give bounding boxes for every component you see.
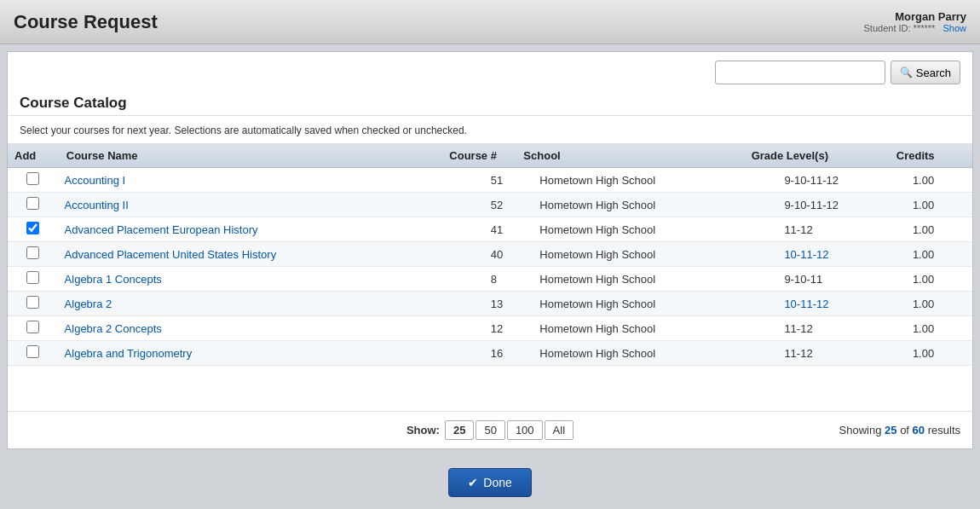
col-header-num: Course # [442, 144, 516, 168]
student-id: Student ID: ****** Show [864, 23, 966, 33]
row-school: Hometown High School [533, 193, 777, 217]
course-name-link[interactable]: Advanced Placement United States History [65, 248, 277, 261]
row-add-cell [8, 168, 58, 193]
row-add-cell [8, 292, 58, 316]
content-area: 🔍 Search Course Catalog Select your cour… [7, 51, 973, 449]
grade-level-link[interactable]: 10-11-12 [784, 298, 828, 310]
search-input[interactable] [715, 61, 885, 84]
username: Morgan Parry [864, 10, 966, 23]
row-add-cell [8, 267, 58, 292]
grade-level-link[interactable]: 10-11-12 [784, 248, 828, 261]
course-name-link[interactable]: Accounting I [65, 174, 126, 187]
page-btn-25[interactable]: 25 [445, 420, 474, 440]
row-add-cell [8, 217, 58, 242]
table-scroll-area[interactable]: Accounting I51Hometown High School9-10-1… [8, 168, 972, 366]
course-name-link[interactable]: Algebra 1 Concepts [65, 273, 162, 286]
row-add-cell [8, 242, 58, 267]
row-checkbox[interactable] [26, 197, 39, 210]
row-school: Hometown High School [533, 341, 777, 366]
row-school: Hometown High School [533, 316, 777, 341]
page-btn-50[interactable]: 50 [476, 420, 504, 440]
row-grade-level: 10-11-12 [777, 292, 905, 316]
row-course-num: 16 [484, 341, 533, 366]
row-credits: 1.00 [906, 341, 972, 366]
row-course-name: Algebra and Trigonometry [58, 341, 484, 366]
row-checkbox[interactable] [26, 246, 39, 259]
table-row: Advanced Placement United States History… [8, 242, 972, 267]
course-name-link[interactable]: Algebra 2 Concepts [65, 322, 162, 335]
page-title: Course Request [14, 11, 158, 33]
row-course-num: 51 [484, 168, 533, 193]
col-header-credits: Credits [890, 144, 972, 168]
show-label: Show: [406, 424, 440, 437]
row-checkbox[interactable] [26, 172, 39, 185]
row-credits: 1.00 [906, 193, 972, 217]
col-header-school: School [516, 144, 744, 168]
row-school: Hometown High School [533, 217, 777, 242]
row-school: Hometown High School [533, 292, 777, 316]
row-checkbox[interactable] [26, 222, 39, 234]
table-row: Algebra 2 Concepts12Hometown High School… [8, 316, 972, 341]
col-header-name: Course Name [60, 144, 443, 168]
table-row: Accounting I51Hometown High School9-10-1… [8, 168, 972, 193]
results-showing: 25 [885, 424, 896, 437]
row-course-name: Accounting II [58, 193, 484, 217]
footer-row: Show: 25 50 100 All Showing 25 of 60 res… [8, 411, 972, 448]
row-checkbox[interactable] [26, 345, 39, 358]
row-course-name: Accounting I [58, 168, 484, 193]
header: Course Request Morgan Parry Student ID: … [0, 0, 980, 44]
row-grade-level: 11-12 [777, 316, 905, 341]
col-header-grade: Grade Level(s) [745, 144, 890, 168]
row-credits: 1.00 [906, 168, 972, 193]
done-row: ✔ Done [0, 456, 980, 509]
table-body: Accounting I51Hometown High School9-10-1… [8, 168, 972, 366]
course-name-link[interactable]: Algebra 2 [65, 298, 112, 310]
row-course-name: Algebra 2 [58, 292, 484, 316]
page-btn-100[interactable]: 100 [507, 420, 543, 440]
search-button[interactable]: 🔍 Search [891, 61, 960, 84]
row-grade-level: 10-11-12 [777, 242, 905, 267]
page-wrapper: Course Request Morgan Parry Student ID: … [0, 0, 980, 509]
search-row: 🔍 Search [8, 52, 972, 90]
row-checkbox[interactable] [26, 321, 39, 333]
course-name-link[interactable]: Advanced Placement European History [65, 223, 258, 236]
table-row: Algebra 1 Concepts8Hometown High School9… [8, 267, 972, 292]
row-add-cell [8, 316, 58, 341]
row-course-name: Advanced Placement European History [58, 217, 484, 242]
course-name-link[interactable]: Algebra and Trigonometry [65, 347, 193, 360]
show-student-id-link[interactable]: Show [943, 23, 966, 33]
row-course-name: Advanced Placement United States History [58, 242, 484, 267]
row-checkbox[interactable] [26, 271, 39, 284]
row-course-name: Algebra 1 Concepts [58, 267, 484, 292]
row-grade-level: 11-12 [777, 341, 905, 366]
row-course-num: 8 [484, 267, 533, 292]
col-header-add: Add [8, 144, 60, 168]
row-course-num: 41 [484, 217, 533, 242]
row-credits: 1.00 [906, 242, 972, 267]
row-credits: 1.00 [906, 316, 972, 341]
row-school: Hometown High School [533, 242, 777, 267]
page-btn-all[interactable]: All [545, 420, 574, 440]
row-grade-level: 11-12 [777, 217, 905, 242]
row-course-num: 13 [484, 292, 533, 316]
info-text: Select your courses for next year. Selec… [8, 116, 972, 144]
search-icon: 🔍 [900, 67, 913, 78]
row-school: Hometown High School [533, 267, 777, 292]
row-add-cell [8, 341, 58, 366]
table-header-row: Add Course Name Course # School Grade Le… [8, 144, 972, 168]
row-credits: 1.00 [906, 292, 972, 316]
catalog-title: Course Catalog [8, 90, 972, 116]
course-name-link[interactable]: Accounting II [65, 199, 129, 211]
table-row: Algebra 213Hometown High School10-11-121… [8, 292, 972, 316]
done-button[interactable]: ✔ Done [448, 468, 531, 497]
table-row: Algebra and Trigonometry16Hometown High … [8, 341, 972, 366]
row-checkbox[interactable] [26, 296, 39, 309]
table-row: Advanced Placement European History41Hom… [8, 217, 972, 242]
done-label: Done [483, 476, 511, 489]
table-row: Accounting II52Hometown High School9-10-… [8, 193, 972, 217]
course-table-body: Accounting I51Hometown High School9-10-1… [8, 168, 972, 366]
row-add-cell [8, 193, 58, 217]
row-course-num: 12 [484, 316, 533, 341]
row-credits: 1.00 [906, 267, 972, 292]
row-grade-level: 9-10-11-12 [777, 193, 905, 217]
